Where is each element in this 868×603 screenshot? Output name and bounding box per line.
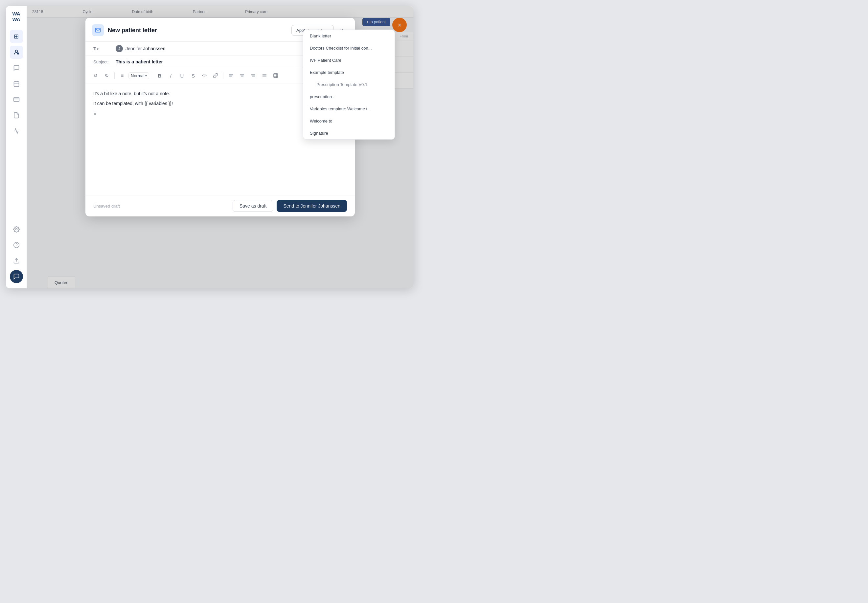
dropdown-item-prescription[interactable]: prescription -: [303, 91, 395, 103]
format-selector[interactable]: Normal ▾: [128, 72, 149, 79]
undo-button[interactable]: ↺: [91, 71, 101, 80]
sidebar-item-chat[interactable]: [10, 270, 23, 283]
sidebar-item-analytics[interactable]: [10, 124, 23, 138]
align-right-icon: [251, 73, 256, 78]
modal-title: New patient letter: [108, 27, 157, 34]
modal-footer: Unsaved draft Save as draft Send to Jenn…: [85, 195, 355, 216]
strikethrough-icon: S: [192, 73, 195, 79]
svg-rect-29: [274, 74, 278, 77]
dropdown-item-ivf-patient-care[interactable]: IVF Patient Care: [303, 54, 395, 66]
template-dropdown: Blank letter Doctors Checklist for initi…: [303, 29, 395, 139]
dropdown-item-doctors-checklist[interactable]: Doctors Checklist for initial con...: [303, 42, 395, 54]
align-icon: ≡: [121, 73, 124, 78]
sidebar-item-settings[interactable]: [10, 223, 23, 236]
subject-label: Subject:: [93, 59, 113, 64]
sidebar-item-patients[interactable]: +: [10, 46, 23, 59]
sidebar: WA WA ⊞ +: [6, 6, 27, 288]
toolbar-divider-3: [223, 72, 223, 79]
code-icon: <>: [202, 73, 207, 78]
redo-icon: ↻: [105, 73, 109, 78]
letter-icon: [92, 24, 104, 36]
link-icon: [213, 73, 218, 78]
link-button[interactable]: [210, 71, 220, 80]
draft-status: Unsaved draft: [93, 204, 120, 209]
undo-icon: ↺: [94, 73, 97, 78]
dropdown-item-blank-letter[interactable]: Blank letter: [303, 30, 395, 42]
app-logo: WA WA: [12, 11, 20, 22]
app-window: WA WA ⊞ +: [6, 6, 413, 288]
sidebar-item-billing[interactable]: [10, 93, 23, 106]
format-chevron-icon: ▾: [145, 74, 147, 77]
sidebar-item-dashboard[interactable]: ⊞: [10, 30, 23, 43]
to-label: To:: [93, 46, 113, 51]
table-icon: [273, 73, 278, 78]
modal-overlay: New patient letter Apply template ▾ ×: [27, 6, 413, 288]
format-label: Normal: [131, 73, 145, 78]
align-center-icon: [240, 73, 245, 78]
italic-button[interactable]: I: [166, 71, 176, 80]
svg-rect-3: [14, 82, 19, 87]
align-center-button[interactable]: [237, 71, 247, 80]
dropdown-item-welcome-to[interactable]: Welcome to: [303, 115, 395, 127]
svg-text:+: +: [17, 53, 18, 54]
dropdown-item-signature[interactable]: Signature: [303, 127, 395, 139]
align-icon-button[interactable]: ≡: [117, 71, 127, 80]
footer-actions: Save as draft Send to Jennifer Johanssen: [233, 200, 347, 212]
recipient-name: Jennifer Johanssen: [125, 46, 165, 51]
code-button[interactable]: <>: [200, 71, 209, 80]
sidebar-item-messages[interactable]: [10, 62, 23, 74]
redo-button[interactable]: ↻: [102, 71, 112, 80]
strikethrough-button[interactable]: S: [188, 71, 198, 80]
align-left-button[interactable]: [226, 71, 236, 80]
subject-value: This is a patient letter: [116, 59, 163, 64]
align-justify-button[interactable]: [260, 71, 269, 80]
underline-button[interactable]: U: [177, 71, 187, 80]
align-justify-icon: [262, 73, 267, 78]
italic-icon: I: [170, 73, 172, 79]
align-left-icon: [228, 73, 234, 78]
align-right-button[interactable]: [248, 71, 258, 80]
svg-rect-7: [14, 97, 19, 102]
sidebar-item-help[interactable]: [10, 238, 23, 252]
recipient-avatar: J: [116, 45, 123, 52]
sidebar-item-export[interactable]: [10, 254, 23, 267]
table-button[interactable]: [271, 71, 280, 80]
dropdown-item-variables-template[interactable]: Variables template: Welcome t...: [303, 103, 395, 115]
underline-icon: U: [180, 73, 184, 79]
sidebar-item-calendar[interactable]: [10, 77, 23, 90]
modal-title-group: New patient letter: [92, 24, 157, 36]
sidebar-item-reports[interactable]: [10, 109, 23, 122]
svg-point-9: [15, 229, 17, 230]
main-content: 28118 Cycle Date of birth Partner Primar…: [27, 6, 413, 288]
toolbar-divider-2: [152, 72, 152, 79]
svg-point-0: [15, 50, 17, 52]
dropdown-item-prescription-template[interactable]: Prescription Template V0.1: [303, 79, 395, 91]
bold-button[interactable]: B: [155, 71, 165, 80]
send-button[interactable]: Send to Jennifer Johanssen: [277, 200, 347, 212]
bold-icon: B: [158, 73, 161, 79]
dropdown-item-example-template[interactable]: Example template: [303, 66, 395, 79]
save-draft-button[interactable]: Save as draft: [233, 200, 274, 212]
